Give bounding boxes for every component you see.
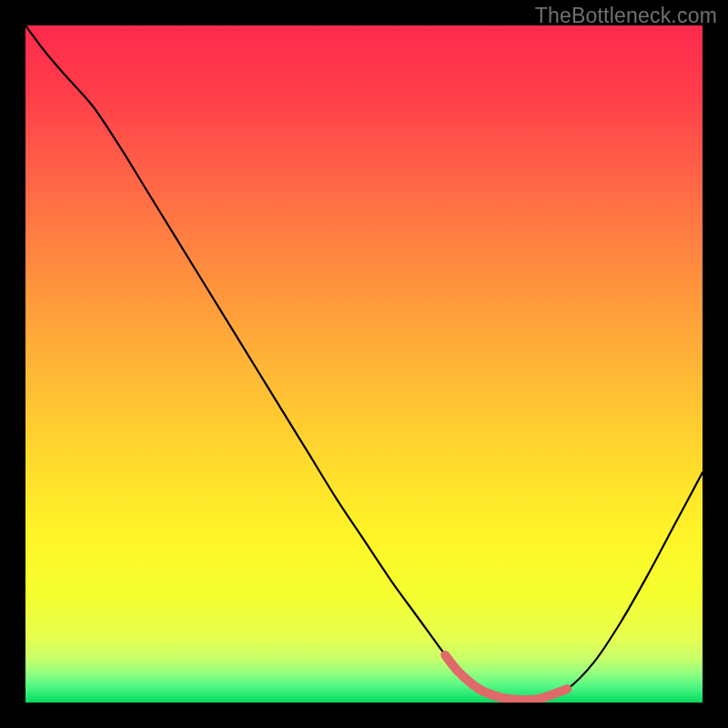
gradient-background	[25, 25, 703, 703]
chart-stage: TheBottleneck.com	[0, 0, 728, 728]
watermark-label: TheBottleneck.com	[535, 4, 717, 28]
bottleneck-curve-chart	[25, 25, 703, 703]
